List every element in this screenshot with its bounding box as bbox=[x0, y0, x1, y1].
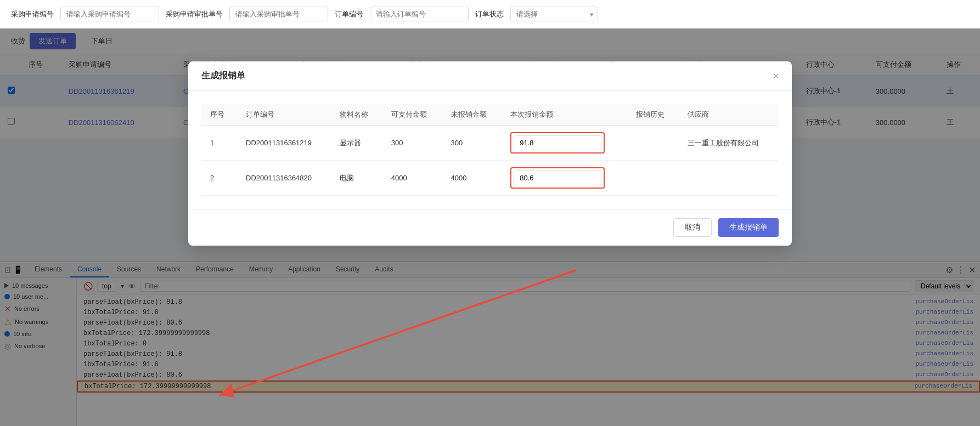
reimbursement-amount-input-2[interactable] bbox=[514, 171, 601, 185]
modal-close-button[interactable]: × bbox=[773, 71, 779, 81]
filter-bar: 采购申请编号 采购申请审批单号 订单编号 订单状态 bbox=[0, 0, 980, 29]
order-no-input[interactable] bbox=[370, 7, 469, 21]
modal-th-material: 物料名称 bbox=[331, 104, 382, 126]
modal-th-supplier: 供应商 bbox=[679, 104, 779, 126]
modal-th-history: 报销历史 bbox=[627, 104, 679, 126]
modal-th-seq: 序号 bbox=[201, 104, 237, 126]
modal-table: 序号 订单编号 物料名称 可支付金额 未报销金额 本次报销金额 报销历史 供应商 bbox=[201, 104, 779, 196]
filter-label-4: 订单状态 bbox=[475, 9, 504, 19]
content-area: 收货 发送订单 下单日 序号 采购申请编号 采购申请审批单号 采购合同编号 入库… bbox=[0, 29, 980, 426]
modal-row2-history bbox=[627, 161, 679, 196]
modal-title: 生成报销单 bbox=[201, 70, 245, 82]
reimbursement-amount-input-1[interactable] bbox=[514, 135, 601, 150]
modal-row1-order: DD20011316361219 bbox=[237, 126, 330, 161]
modal-row2-supplier bbox=[679, 161, 779, 196]
modal-row1-seq: 1 bbox=[201, 126, 237, 161]
modal-footer: 取消 生成报销单 bbox=[188, 209, 792, 246]
confirm-button[interactable]: 生成报销单 bbox=[718, 218, 779, 237]
filter-label-1: 采购申请编号 bbox=[11, 9, 54, 19]
modal-row1-unreimbursed: 300 bbox=[442, 126, 502, 161]
purchase-request-input[interactable] bbox=[60, 7, 159, 21]
modal-row1-current[interactable] bbox=[502, 126, 627, 161]
modal-body: 序号 订单编号 物料名称 可支付金额 未报销金额 本次报销金额 报销历史 供应商 bbox=[188, 91, 792, 209]
modal-row2-current[interactable] bbox=[502, 161, 627, 196]
filter-label-3: 订单编号 bbox=[335, 9, 363, 19]
modal-row2-material: 电脑 bbox=[331, 161, 382, 196]
approval-no-input[interactable] bbox=[229, 7, 328, 21]
reimbursement-highlight-box-2 bbox=[510, 167, 605, 189]
modal-row1-payable: 300 bbox=[382, 126, 442, 161]
modal-overlay: 生成报销单 × 序号 订单编号 物料名称 可支付金额 未报销金额 本次报销 bbox=[0, 29, 980, 426]
modal-th-order: 订单编号 bbox=[237, 104, 330, 126]
modal-row2-unreimbursed: 4000 bbox=[442, 161, 502, 196]
page-wrapper: 采购申请编号 采购申请审批单号 订单编号 订单状态 收货 发送订单 下单日 序号 bbox=[0, 0, 980, 426]
modal-header: 生成报销单 × bbox=[188, 61, 792, 91]
status-select-wrapper bbox=[510, 7, 598, 21]
status-select[interactable] bbox=[510, 7, 598, 21]
modal-row1-supplier: 三一重工股份有限公司 bbox=[679, 126, 779, 161]
cancel-button[interactable]: 取消 bbox=[673, 218, 712, 237]
modal-row-2: 2 DD20011316364820 电脑 4000 4000 bbox=[201, 161, 779, 196]
modal-row-1: 1 DD20011316361219 显示器 300 300 bbox=[201, 126, 779, 161]
modal-row1-history bbox=[627, 126, 679, 161]
modal-row2-order: DD20011316364820 bbox=[237, 161, 330, 196]
modal-dialog: 生成报销单 × 序号 订单编号 物料名称 可支付金额 未报销金额 本次报销 bbox=[188, 61, 792, 246]
modal-th-payable: 可支付金额 bbox=[382, 104, 442, 126]
modal-row1-material: 显示器 bbox=[331, 126, 382, 161]
reimbursement-highlight-box bbox=[510, 132, 605, 154]
filter-label-2: 采购申请审批单号 bbox=[166, 9, 223, 19]
modal-th-current: 本次报销金额 bbox=[502, 104, 627, 126]
modal-row2-payable: 4000 bbox=[382, 161, 442, 196]
modal-th-unreimbursed: 未报销金额 bbox=[442, 104, 502, 126]
modal-row2-seq: 2 bbox=[201, 161, 237, 196]
